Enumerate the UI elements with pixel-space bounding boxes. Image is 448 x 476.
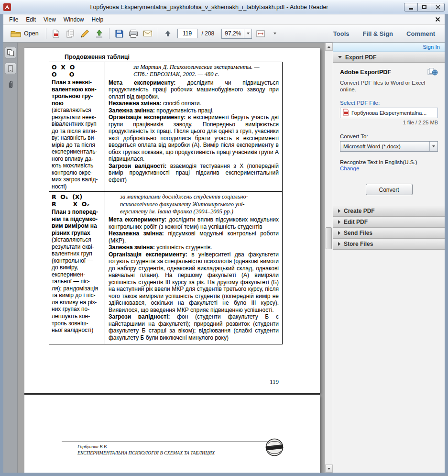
menu-view[interactable]: View [40,15,60,24]
chevron-right-icon [338,220,340,224]
field-goal: Мета експерименту: дослідити вплив підсу… [109,216,279,230]
bookmarks-button[interactable] [5,63,16,74]
open-button[interactable]: Open [7,28,42,39]
scrollbar-thumb[interactable] [326,227,332,249]
page-up-icon[interactable] [162,28,174,40]
selected-file-chip[interactable]: Горбунова Eksperymentalna... [340,108,438,118]
main-area: Продовження таблиці O X O O O План з нее… [3,43,445,473]
plan-note: (зіставляються результати неек- вівалент… [52,107,102,190]
chevron-down-icon [338,56,342,58]
format-selected-value: Microsoft Word (*.docx) [340,144,429,149]
menu-window[interactable]: Window [60,15,88,24]
sign-pen-icon[interactable] [79,28,91,40]
titlebar[interactable]: Горбунова Eksperymentalna_psykholohia_v_… [0,0,448,14]
convert-to-label: Convert To: [340,133,438,139]
edit-pdf-section-header[interactable]: Edit PDF [333,217,445,228]
plan-title: План з поперед- нім та підсумко- вим вим… [52,209,102,236]
bookmarks-icon [7,65,14,72]
footer-book-title: ЕКСПЕРИМЕНТАЛЬНА ПСИХОЛОГІЯ В СХЕМАХ ТА … [77,450,215,455]
export-pdf-icon[interactable] [50,28,62,40]
email-icon[interactable] [142,28,154,40]
plan-cell: R O₁ (X) R X O₂ План з поперед- нім та п… [49,192,105,344]
adobe-reader-app-icon [3,3,11,11]
plan-title: План з неекві- валентною кон- трольною г… [52,79,102,107]
adobe-reader-window: Горбунова Eksperymentalna_psykholohia_v_… [0,0,448,476]
print-icon[interactable] [128,28,140,40]
design-notation: O X O O O [52,64,102,78]
menu-help[interactable]: Help [88,15,108,24]
recognize-text-label: Recognize Text in English(U.S.) [340,159,438,165]
plan-note: (зіставляються результати екві- валентни… [52,236,102,333]
close-document-button[interactable] [435,17,440,22]
select-pdf-file-label: Select PDF File: [340,100,438,106]
section-label: Export PDF [345,54,376,61]
minimize-icon [409,8,413,10]
attachments-button[interactable] [5,78,16,90]
convert-button[interactable]: Convert [366,184,413,195]
panel-filler [333,250,445,473]
menu-edit[interactable]: Edit [22,15,40,24]
tools-button[interactable]: Tools [333,30,350,37]
page-number-input[interactable] [177,29,197,38]
pdf-page-119: Продовження таблиці O X O O O План з нее… [24,48,320,393]
file-meta: 1 file / 2.25 MB [340,120,438,125]
minimize-button[interactable] [404,3,418,11]
page-thumbnails-button[interactable] [5,47,16,58]
pdf-file-icon [343,109,349,117]
format-dropdown[interactable]: Microsoft Word (*.docx) [340,141,438,152]
send-files-section-header[interactable]: Send Files [333,228,445,239]
toolbar-separator [46,28,46,39]
create-pdf-section-header[interactable]: Create PDF [333,206,445,217]
scroll-down-button[interactable] [325,465,333,473]
sign-in-link[interactable]: Sign In [423,44,440,50]
plan-cell: O X O O O План з неекві- валентною кон- … [49,62,105,191]
export-pdf-section-header[interactable]: Export PDF [333,52,445,63]
maximize-button[interactable] [417,3,431,11]
chevron-down-icon [273,33,276,34]
save-icon[interactable] [113,28,125,40]
document-view: Продовження таблиці O X O O O План з нее… [18,43,325,473]
field-goal: Мета експерименту: дослідити чи підвищує… [109,79,279,100]
table-continuation-heading: Продовження таблиці [65,54,130,60]
comment-button[interactable]: Comment [406,30,435,37]
change-link[interactable]: Change [340,166,359,171]
section-label: Store Files [344,241,373,247]
chevron-right-icon [338,209,340,213]
open-label: Open [24,30,39,37]
scroll-down-icon [328,468,330,470]
page-number: 119 [270,378,279,386]
example-cell: за Мартин Д. Психологические эксперимент… [105,62,282,191]
product-name: Adobe ExportPDF [340,69,391,76]
close-button[interactable] [431,3,445,11]
window-frame-body: File Edit View Window Help Open [3,14,445,473]
toolbar-overflow-icon[interactable] [269,28,281,40]
export-pdf-panel: Adobe ExportPDF Convert PDF files to Wor… [333,63,445,206]
field-validity-threats: Загрози валідності: взаємодія тестування… [109,163,279,184]
example-cell: за матеріалами досліджень студентів соці… [105,192,282,344]
menubar: File Edit View Window Help [3,14,445,25]
paperclip-icon [7,80,14,89]
footer-author: Горбунова В.В. [77,444,108,449]
experiment-plans-table: O X O O O План з неекві- валентною кон- … [49,62,283,344]
close-icon [436,5,440,10]
maximize-icon [422,5,426,9]
zoom-dropdown-arrow[interactable] [244,29,251,38]
create-pdf-icon[interactable] [65,28,76,40]
field-dependent-variable: Залежна змінна: успішність студентів. [109,244,279,251]
navigation-pane-strip [3,43,18,473]
zoom-select[interactable]: 97,2% [221,29,252,39]
field-validity-threats: Загрози валідності: фон (студенти факуль… [109,313,279,341]
scroll-up-button[interactable] [325,43,333,51]
field-organization: Організація експерименту: в університеті… [109,251,279,314]
store-files-section-header[interactable]: Store Files [333,239,445,250]
dropdown-arrow[interactable] [429,142,437,151]
fill-sign-button[interactable]: Fill & Sign [362,30,393,37]
chevron-down-icon [432,145,435,147]
section-label: Create PDF [344,208,375,214]
scroll-up-icon [328,46,330,48]
fit-width-icon[interactable] [254,28,266,40]
vertical-scrollbar[interactable] [325,43,333,473]
window-title: Горбунова Eksperymentalna_psykholohia_v_… [14,4,404,11]
share-upload-icon[interactable] [93,28,105,40]
menu-file[interactable]: File [5,15,22,24]
